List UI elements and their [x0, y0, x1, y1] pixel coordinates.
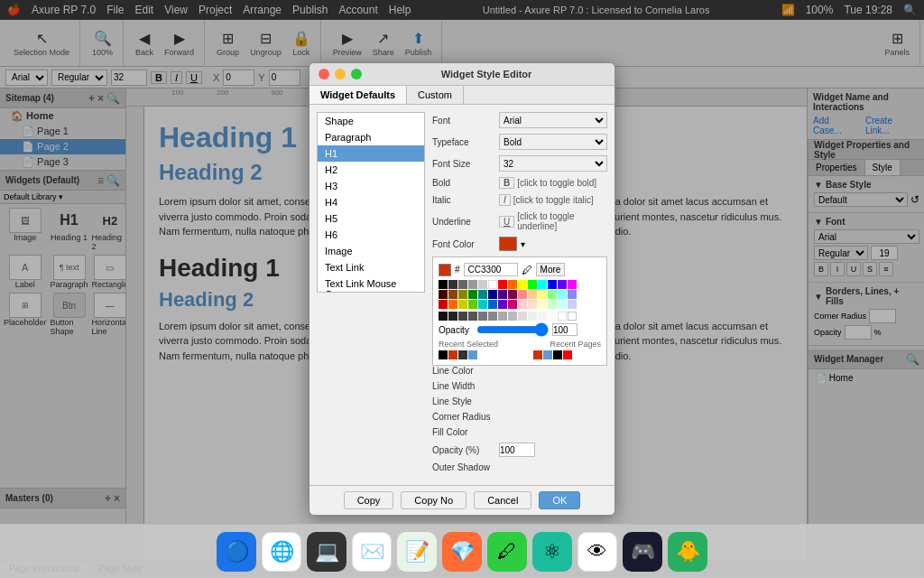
custom-tab[interactable]: Custom [407, 86, 464, 104]
color-swatch-dark-orange[interactable] [448, 300, 457, 309]
color-swatch-gray[interactable] [458, 280, 467, 289]
copy-button[interactable]: Copy [344, 491, 394, 509]
recent-swatch-4[interactable] [468, 350, 477, 359]
dock-cyberduck[interactable]: 🐥 [668, 532, 707, 572]
dock-preview[interactable]: 👁 [578, 532, 617, 572]
color-swatch-ice[interactable] [558, 300, 567, 309]
dock-mail[interactable]: ✉️ [352, 532, 392, 572]
style-h6[interactable]: H6 [318, 227, 424, 243]
recent-page-swatch-4[interactable] [563, 350, 572, 359]
color-swatch-teal[interactable] [478, 290, 487, 299]
font-color-dropdown[interactable]: ▾ [521, 239, 525, 249]
style-h1[interactable]: H1 [318, 145, 424, 162]
color-swatch-pink[interactable] [518, 300, 527, 309]
color-swatch-ddd[interactable] [518, 312, 527, 321]
style-shape[interactable]: Shape [318, 113, 424, 129]
color-swatch-bbb[interactable] [508, 312, 517, 321]
color-swatch-cream[interactable] [538, 300, 547, 309]
color-swatch-brown[interactable] [448, 290, 457, 299]
italic-toggle[interactable]: I [click to toggle italic] [499, 194, 594, 206]
opacity-modal-input[interactable] [499, 443, 535, 457]
modal-font-select[interactable]: Arial [499, 112, 607, 128]
color-swatch-rose[interactable] [508, 300, 517, 309]
style-h4[interactable]: H4 [318, 194, 424, 210]
color-swatch-magenta[interactable] [568, 280, 577, 289]
color-swatch-dark-gray[interactable] [448, 280, 457, 289]
color-swatch-aaa[interactable] [498, 312, 507, 321]
dock-atom[interactable]: ⚛ [532, 532, 572, 572]
color-swatch-olive[interactable] [458, 290, 467, 299]
modal-font-size-select[interactable]: 32 [499, 155, 607, 172]
dock-sketch[interactable]: 💎 [442, 532, 482, 572]
dock-safari[interactable]: 🌐 [262, 532, 301, 572]
color-swatch-peach[interactable] [528, 290, 537, 299]
recent-swatch-1[interactable] [439, 350, 448, 359]
color-swatch-mid-gray[interactable] [468, 280, 477, 289]
color-swatch-yellow[interactable] [518, 280, 527, 289]
color-swatch-mid-blue[interactable] [488, 300, 497, 309]
recent-page-swatch-2[interactable] [543, 350, 552, 359]
color-swatch-fff[interactable] [558, 312, 567, 321]
color-swatch-black2[interactable] [439, 312, 448, 321]
color-swatch-mint[interactable] [548, 300, 557, 309]
color-swatch-red[interactable] [498, 280, 507, 289]
dock-steam[interactable]: 🎮 [623, 532, 662, 572]
color-swatch-crimson[interactable] [439, 300, 448, 309]
color-swatch-purple[interactable] [498, 290, 507, 299]
dock-sublime[interactable]: 🖊 [487, 532, 527, 572]
more-colors-button[interactable]: More [536, 263, 566, 276]
color-swatch-dark-yellow[interactable] [458, 300, 467, 309]
color-swatch-light-blue[interactable] [568, 290, 577, 299]
dock-terminal[interactable]: 💻 [307, 532, 346, 572]
color-swatch-navy[interactable] [488, 290, 497, 299]
color-swatch-dark-green[interactable] [468, 290, 477, 299]
style-paragraph[interactable]: Paragraph [318, 129, 424, 145]
font-color-swatch[interactable] [499, 237, 517, 251]
color-swatch-salmon[interactable] [528, 300, 537, 309]
color-swatch-f4[interactable] [538, 312, 547, 321]
color-swatch-222[interactable] [448, 312, 457, 321]
color-swatch-indigo[interactable] [498, 300, 507, 309]
modal-close-button[interactable] [319, 69, 329, 79]
recent-swatch-3[interactable] [458, 350, 467, 359]
color-swatch-light-gray[interactable] [478, 280, 487, 289]
recent-page-swatch-3[interactable] [553, 350, 562, 359]
color-swatch-eee[interactable] [528, 312, 537, 321]
style-h5[interactable]: H5 [318, 210, 424, 227]
color-swatch-lavender[interactable] [568, 300, 577, 309]
color-swatch-light-cyan[interactable] [558, 290, 567, 299]
color-swatch-light-red[interactable] [518, 290, 527, 299]
color-swatch-dark-cyan[interactable] [478, 300, 487, 309]
dock-notes[interactable]: 📝 [397, 532, 437, 572]
copy-no-button[interactable]: Copy No [401, 491, 467, 509]
opacity-slider[interactable] [476, 324, 549, 335]
modal-minimize-button[interactable] [335, 69, 346, 79]
dock-finder[interactable]: 🔵 [217, 532, 256, 572]
color-hex-input[interactable] [464, 263, 518, 276]
color-swatch-444[interactable] [458, 312, 467, 321]
eyedropper-icon[interactable]: 🖊 [522, 264, 532, 276]
style-text-link[interactable]: Text Link [318, 259, 424, 275]
color-swatch-violet[interactable] [558, 280, 567, 289]
color-swatch-transparent[interactable] [568, 312, 577, 321]
ok-button[interactable]: OK [539, 491, 580, 509]
recent-page-swatch-1[interactable] [533, 350, 542, 359]
color-swatch-white[interactable] [488, 280, 497, 289]
color-swatch-blue[interactable] [548, 280, 557, 289]
color-swatch-black[interactable] [439, 280, 448, 289]
color-swatch-lime[interactable] [468, 300, 477, 309]
bold-toggle[interactable]: B [click to toggle bold] [499, 177, 596, 189]
cancel-button[interactable]: Cancel [474, 491, 531, 509]
widget-defaults-tab[interactable]: Widget Defaults [310, 86, 407, 104]
color-swatch-555[interactable] [468, 312, 477, 321]
color-swatch-777[interactable] [478, 312, 487, 321]
modal-typeface-select[interactable]: Bold [499, 134, 607, 150]
color-swatch-light-yellow[interactable] [538, 290, 547, 299]
color-swatch-dark-red[interactable] [439, 290, 448, 299]
style-h2[interactable]: H2 [318, 162, 424, 178]
color-swatch-maroon[interactable] [508, 290, 517, 299]
style-h3[interactable]: H3 [318, 178, 424, 194]
color-swatch-green[interactable] [528, 280, 537, 289]
underline-toggle[interactable]: U [click to toggle underline] [499, 211, 607, 231]
opacity-value-input[interactable] [552, 323, 578, 336]
